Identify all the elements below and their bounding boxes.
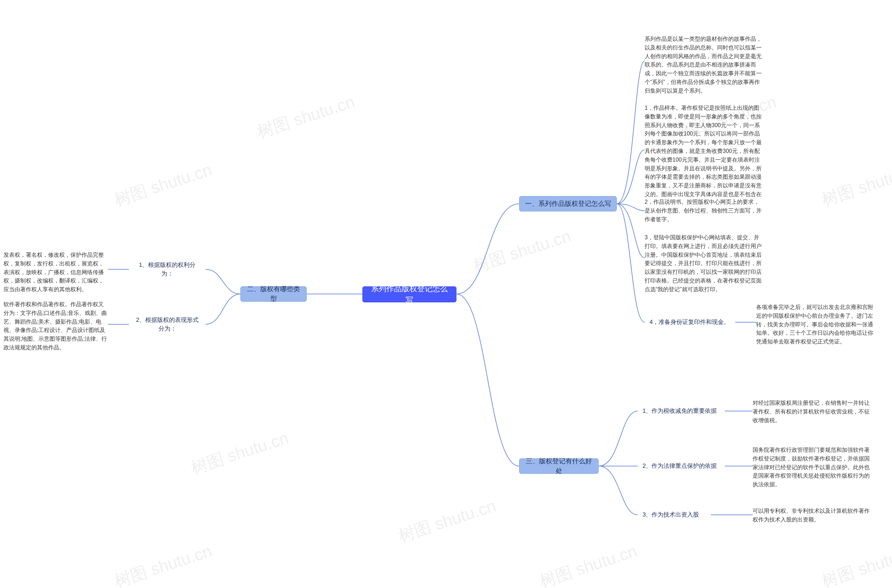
branch-3-child-2-label[interactable]: 2、作为法律重点保护的依据 <box>638 461 725 471</box>
branch-1[interactable]: 一、系列作品版权登记怎么写 <box>519 196 617 212</box>
branch-1-child-4: 3，登陆中国版权保护中心网站填表、提交、并打印。填表要在网上进行，而且必须先进行… <box>644 233 763 294</box>
branch-1-child-5-text: 各项准备完毕之后，就可以出发去北京雍和宫附近的中国版权保护中心前台办理业务了。进… <box>756 303 875 346</box>
branch-3-child-1-text: 对经过国家版权局注册登记，在销售时一并转让著作权、所有权的计算机软件征收营业税，… <box>752 399 871 424</box>
branch-2-child-2-label[interactable]: 2、根据版权的表现形式分为： <box>129 319 206 330</box>
branch-1-child-1: 系列作品是以某一类型的题材创作的故事作品，以及相关的衍生作品的总称。同时也可以指… <box>644 35 763 96</box>
branch-2-child-1-label[interactable]: 1、根据版权的权利分为： <box>129 264 206 274</box>
branch-3-child-2-text: 国务院著作权行政管理部门要规范和加强软件著作权登记制度，鼓励软件著作权登记，并依… <box>752 446 871 489</box>
watermark: 树图 shutu.cn <box>188 427 291 479</box>
watermark: 树图 shutu.cn <box>254 91 357 143</box>
watermark: 树图 shutu.cn <box>819 159 892 211</box>
branch-1-child-3: 2，作品说明书。按照版权中心网页上的要求，是从创作意图、创作过程、独创性三方面写… <box>644 198 763 224</box>
watermark: 树图 shutu.cn <box>819 540 892 588</box>
branch-2-child-1-text: 发表权，署名权，修改权，保护作品完整权，复制权，发行权，出租权，展览权，表演权，… <box>3 251 108 294</box>
branch-1-child-2: 1，作品样本。著作权登记是按照纸上出现的图像数量为准，即使是同一形象的多个角度，… <box>644 104 763 208</box>
branch-3-child-1-label[interactable]: 1、作为税收减免的重要依据 <box>638 406 725 416</box>
branch-3-child-3-text: 可以用专利权、非专利技术以及计算机软件著作权作为技术入股的出资额。 <box>752 507 871 524</box>
watermark: 树图 shutu.cn <box>395 495 499 547</box>
watermark: 树图 shutu.cn <box>537 540 640 588</box>
root-node[interactable]: 系列作品版权登记怎么写 <box>362 286 457 302</box>
branch-3-child-3-label[interactable]: 3、作为技术出资入股 <box>638 510 711 520</box>
watermark: 树图 shutu.cn <box>111 159 215 211</box>
watermark: 树图 shutu.cn <box>111 540 215 588</box>
branch-2[interactable]: 二、版权有哪些类型 <box>240 286 306 302</box>
watermark: 树图 shutu.cn <box>470 225 574 277</box>
branch-2-child-2-text: 软件著作权和作品著作权。作品著作权又分为：文字作品;口述作品;音乐、戏剧、曲艺、… <box>3 300 108 352</box>
branch-1-child-5-label[interactable]: 4，准备身份证复印件和现金。 <box>644 317 735 327</box>
branch-3[interactable]: 三、版权登记有什么好处 <box>519 458 599 474</box>
